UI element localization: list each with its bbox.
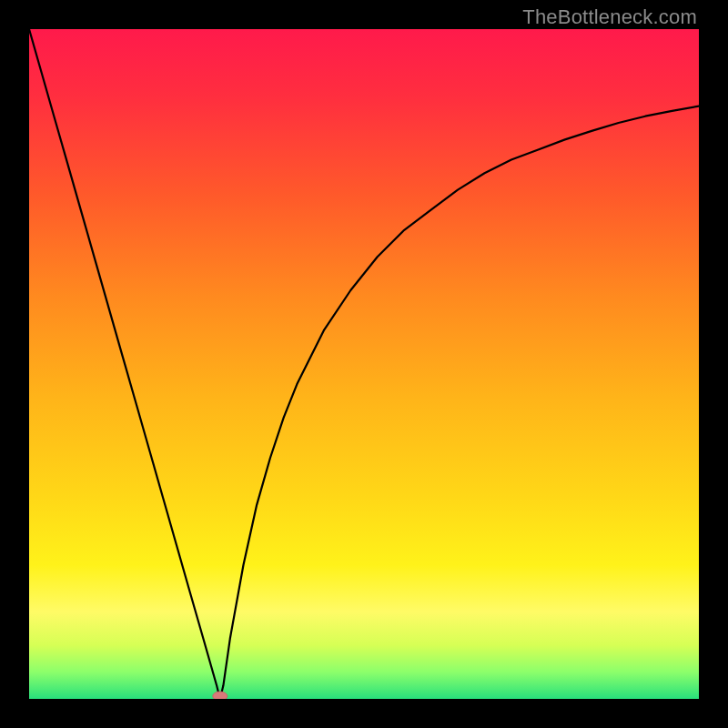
optimal-point-marker <box>213 692 228 699</box>
chart-frame <box>29 29 699 699</box>
bottleneck-chart <box>29 29 699 699</box>
watermark-text: TheBottleneck.com <box>522 5 697 29</box>
